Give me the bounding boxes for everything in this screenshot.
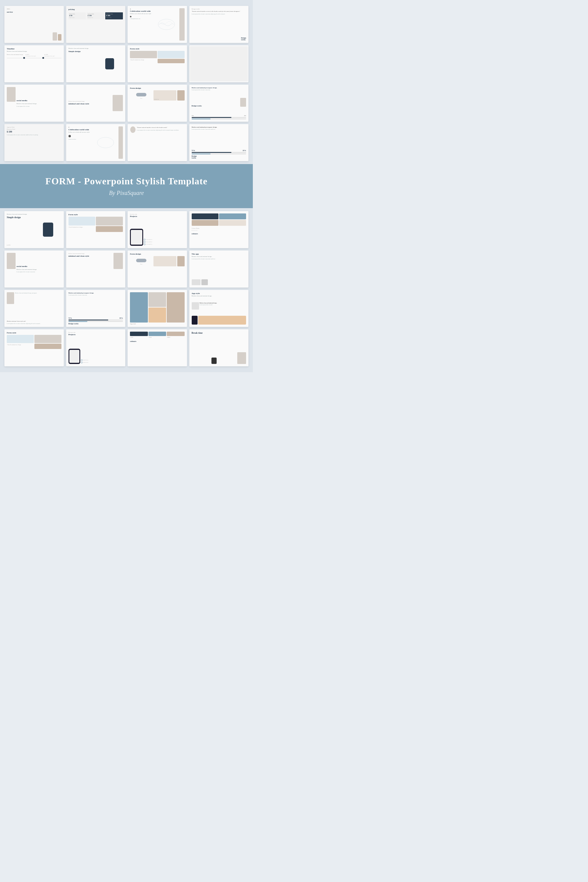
slide-timeline[interactable]: Timeline Modern clean and minimal design…	[4, 45, 64, 82]
b-form-style-2-title: Form style	[7, 332, 62, 334]
swatch-2	[219, 213, 246, 219]
slide-service[interactable]: 2025: service	[4, 6, 64, 43]
price-1: $ 99	[69, 15, 85, 16]
b-slide-modern-tall[interactable]: Modern clean and minimal design. preosqu…	[4, 290, 64, 327]
b-collage-fig-1	[148, 292, 166, 307]
b-fs2-desc: Clean & minimal new design.	[7, 344, 34, 349]
b-break-figure	[237, 352, 246, 364]
b-slide-form-style[interactable]: Form style Clean & minimal new design.	[66, 211, 126, 248]
quote-body: Lorem ipsum dolor sit amet consectetur a…	[137, 129, 184, 131]
celeb2-figure	[118, 126, 123, 159]
b-app-subtitle: Modern clean and minimal design.	[192, 256, 246, 258]
b-slide-form-style-2[interactable]: Form style Clean & minimal new design.	[4, 329, 64, 366]
b-slide-app[interactable]: The app Modern clean and minimal design.…	[189, 250, 249, 288]
b-slide-collage[interactable]: App style	[128, 290, 187, 327]
slide-design-works-quote[interactable]: Design works "Zuones minced murdos verso…	[189, 6, 249, 43]
slide-design-progress[interactable]: Modern and minimal preosquare design. Lo…	[189, 124, 249, 161]
b-swatch-2-2	[148, 332, 166, 336]
slide-quote[interactable]: "Zuones minced murdos versos in the brud…	[128, 124, 187, 161]
design-works-quote: "Zuones minced murdos versos in the brud…	[192, 10, 246, 12]
phone-screen-1	[190, 46, 248, 81]
design-progress-title: Modern and minimal preosquare design.	[192, 126, 246, 128]
b-slide-projects-2[interactable]: the new one Projects Small text here	[66, 329, 126, 366]
simple-design-subtitle-1: Modern clean and minimal design.	[69, 48, 95, 50]
social-icons-row	[130, 16, 153, 17]
b-slide-colours[interactable]: Colour Name RGB: 44, 62, 80 colours	[189, 211, 249, 248]
celeb2-subtitle: Follow us to check all our new style	[69, 131, 93, 134]
b-slide-projects[interactable]: the new one Projects Lorem small text	[128, 211, 187, 248]
form-design-fig	[177, 90, 184, 100]
b-slide-app-style[interactable]: App style Modern clean and minimal desig…	[189, 290, 249, 327]
progress-fill-1	[192, 117, 231, 118]
b-slide-minimal-clean[interactable]: Modern clean and minimal design. minimal…	[66, 250, 126, 288]
swatch-1	[192, 213, 219, 219]
swatch-4	[219, 220, 246, 226]
b-hex-2-1: 2C3E50	[130, 337, 148, 338]
slide-minimal-clean-1[interactable]: Modern clean and minimal design. minimal…	[66, 85, 126, 122]
b-proj2-phone	[69, 349, 80, 364]
svg-point-0	[158, 19, 175, 30]
slide-simple-design-1[interactable]: Modern clean and minimal design. Simple …	[66, 45, 126, 82]
slide-social-media-1[interactable]: social media Modern clean and minimal de…	[4, 85, 64, 122]
b-circle-3	[144, 243, 146, 245]
modern-minimal-desc-1: Lorem ipsum dolor sit amet consectetur	[192, 89, 246, 90]
modern-fig-1	[240, 98, 246, 107]
b-app-style-items: Modern clean and minimal design. Lorem i…	[192, 302, 246, 310]
b-projects-checks: Lorem small text Lorem small text Lorem …	[144, 239, 184, 246]
b-slide-colours-2[interactable]: 2C3E50 7FA3B8 C9B8A8 colours	[128, 329, 187, 366]
colours-title: colours	[192, 232, 246, 235]
b-check-text-2: Lorem small text	[146, 242, 152, 243]
b-dw-pct1: 73%	[69, 317, 72, 319]
b-proj2-check-2: Small text here	[81, 362, 123, 363]
slide-form-style-1[interactable]: Form style Clean & minimal new design.	[128, 45, 187, 82]
b-form-style-2-grid: Clean & minimal new design.	[7, 335, 62, 349]
progress-main-1	[192, 152, 246, 153]
b-slide-design-works[interactable]: Modern and minimal preosquare design. Lo…	[66, 290, 126, 327]
b-fs2-fig-3	[34, 344, 62, 349]
form-fig-3	[158, 59, 184, 63]
price-desc-2: Some text here	[88, 17, 104, 18]
projects-phone	[192, 65, 204, 80]
b-dw-fill-1	[69, 320, 108, 321]
timeline-title: Timeline	[7, 48, 62, 50]
slide-pricing-partial[interactable]: Agency Pack Business Pack $ 199 Lorem ip…	[4, 124, 64, 161]
b-proj2-new: the new one	[69, 332, 123, 333]
colours-label: Colour Name	[192, 228, 246, 229]
slide-form-design-1[interactable]: Form design New minimal item	[128, 85, 187, 122]
b-check-3: Lorem small text	[144, 243, 184, 245]
b-dw-bar-1	[69, 320, 123, 321]
slide-modern-minimal-1[interactable]: Modern and minimal preosquare design. Lo…	[189, 85, 249, 122]
b-swatch-2-1	[130, 332, 148, 336]
b-hex-2-2: 7FA3B8	[148, 337, 166, 338]
b-modern-body: Lorem ipsum dolor sit amet consectetur a…	[7, 323, 62, 324]
colours-swatches	[192, 213, 246, 226]
b-slide-social[interactable]: social media Modern clean and minimal de…	[4, 250, 64, 288]
social-title-1: social media	[16, 99, 62, 102]
partial-price: $ 199	[7, 130, 62, 133]
timeline-item-label: Modern clean and minimal design.	[7, 54, 24, 55]
progress-main-fill-2	[192, 153, 211, 154]
timeline-desc-2: Lorem ipsum text here small.	[44, 56, 62, 57]
b-fs2-fig-2	[34, 335, 62, 343]
slide-celebration[interactable]: ■ Celebration world wide Follow us to ch…	[128, 6, 187, 43]
b-slide-simple-design[interactable]: Modern clean and minimal design. Simple …	[4, 211, 64, 248]
slide-year-label: 2025:	[7, 8, 62, 10]
b-form-style-title: Form style	[69, 213, 123, 216]
b-sunglasses	[136, 259, 146, 262]
form-desc-1: Clean & minimal new design.	[130, 59, 157, 63]
social-figure-1	[7, 87, 16, 102]
b-minimal-fig	[114, 253, 123, 269]
b-app-bottom	[192, 279, 246, 285]
slide-projects-1[interactable]: the new one Projects Lorem ipsum small t…	[189, 45, 249, 82]
b-slide-form-design[interactable]: Form design New	[128, 250, 187, 288]
sunglasses-1	[136, 93, 146, 96]
modern-minimal-title-1: Modern and minimal preosquare design.	[192, 87, 246, 88]
celeb2-desc: contact text here	[69, 138, 93, 140]
design-works-desc: Lorem ipsum dolor sit amet consectetur a…	[192, 13, 246, 15]
b-slide-break[interactable]: Break time	[189, 329, 249, 366]
progress-pct-1: 73%	[192, 150, 195, 152]
b-new-label: New	[130, 263, 153, 265]
slide-celebration-2[interactable]: ■ Celebration world wide Follow us to ch…	[66, 124, 126, 161]
slide-pricing[interactable]: pricing Starter Pack $ 99 Some text here…	[66, 6, 126, 43]
slide-service-title: service	[7, 11, 62, 13]
